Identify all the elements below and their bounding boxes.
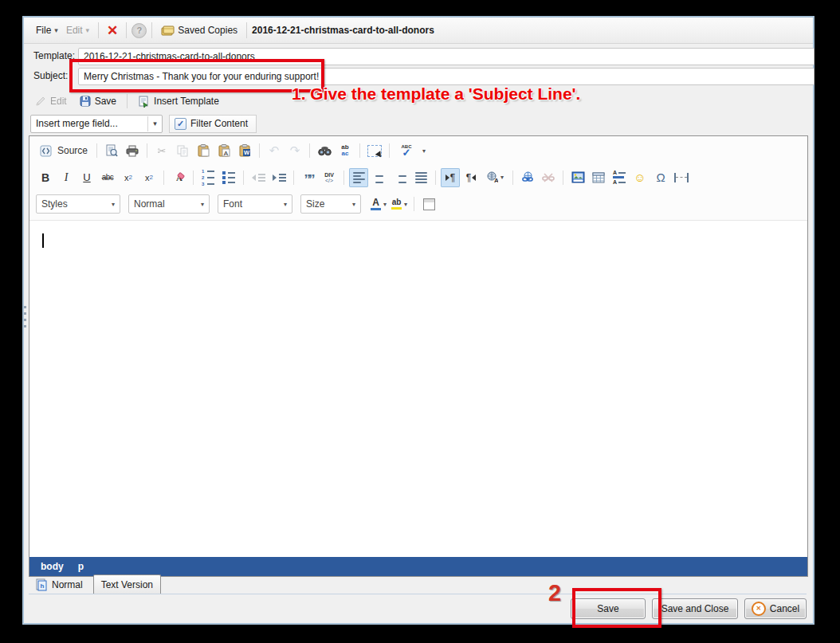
insert-template-label: Insert Template: [154, 96, 219, 107]
text-direction-rtl-icon[interactable]: ¶: [461, 168, 481, 187]
numbered-list-icon[interactable]: 1 2 3: [198, 168, 218, 187]
page-break-icon[interactable]: [672, 168, 691, 187]
italic-icon[interactable]: I: [57, 168, 76, 187]
align-center-icon[interactable]: [370, 168, 389, 187]
editor-content-area[interactable]: [29, 220, 807, 557]
toolbar-separator: [359, 143, 360, 158]
copy-icon[interactable]: [173, 141, 192, 160]
paste-from-word-icon[interactable]: W: [235, 141, 254, 160]
insert-template-button[interactable]: Insert Template: [133, 93, 224, 110]
source-button[interactable]: Source: [36, 141, 92, 160]
subscript-n: 2: [129, 174, 132, 181]
preview-icon[interactable]: [102, 141, 121, 160]
paste-plain-text-icon[interactable]: A: [214, 141, 234, 160]
chevron-down-icon[interactable]: ▾: [422, 147, 426, 155]
special-character-icon[interactable]: Ω: [651, 168, 670, 187]
div-icon-label: DIV: [324, 172, 334, 178]
chevron-down-icon: ▾: [383, 201, 387, 208]
menu-file[interactable]: File▾: [32, 22, 62, 38]
align-right-icon[interactable]: [391, 168, 410, 187]
view-tabs: h Normal Text Version: [29, 576, 807, 594]
numbered-list-glyph: 1 2 3: [202, 169, 214, 186]
menu-edit[interactable]: Edit▾: [62, 22, 93, 38]
cut-icon[interactable]: ✂: [152, 141, 171, 160]
select-all-icon[interactable]: [365, 141, 384, 160]
editor-toolbar-row1: Source ✂ A W ↶ ↷: [29, 136, 807, 163]
annotation-step1: 1. Give the template a 'Subject Line'.: [292, 84, 580, 104]
font-dropdown[interactable]: Font▾: [218, 194, 292, 214]
cancel-button[interactable]: ✕ Cancel: [744, 598, 807, 619]
rich-text-editor: Source ✂ A W ↶ ↷: [29, 135, 808, 577]
redo-icon[interactable]: ↷: [285, 141, 304, 160]
strikethrough-icon[interactable]: abc: [98, 168, 117, 187]
filter-content-checkbox[interactable]: ✓: [175, 118, 186, 130]
superscript-icon[interactable]: x2: [139, 168, 159, 187]
text-direction-ltr-icon[interactable]: ¶: [441, 168, 460, 187]
insert-table-icon[interactable]: [589, 168, 608, 187]
align-justify-icon[interactable]: [411, 168, 430, 187]
insert-merge-field-dropdown[interactable]: Insert merge field... ▾: [30, 115, 163, 133]
size-dropdown[interactable]: Size▾: [300, 194, 361, 214]
horizontal-line-icon[interactable]: A A: [610, 168, 629, 187]
path-body-element[interactable]: body: [41, 561, 64, 572]
page-break-glyph: [674, 173, 689, 182]
annotation-step2: 2: [548, 580, 561, 606]
insert-link-icon[interactable]: [518, 168, 537, 187]
splitter-grip[interactable]: [24, 306, 26, 327]
cancel-icon: ✕: [752, 602, 766, 616]
saved-copies-label: Saved Copies: [178, 25, 237, 36]
div-container-icon[interactable]: DIV </>: [320, 168, 339, 187]
toolbar-separator: [309, 143, 310, 158]
save-toolbar-label: Save: [95, 96, 116, 107]
underline-icon[interactable]: U: [77, 168, 96, 187]
remove-format-icon[interactable]: A: [169, 168, 188, 187]
save-and-close-button[interactable]: Save and Close: [652, 598, 738, 619]
filter-content-group: ✓ Filter Content: [169, 115, 257, 133]
menu-bar: File▾ Edit▾ ✕ ? Saved Copies 2016-12-21-…: [24, 18, 813, 44]
menu-separator: [126, 22, 127, 38]
print-icon[interactable]: [123, 141, 142, 160]
language-icon[interactable]: A ▾: [482, 168, 508, 187]
styles-dropdown-label: Styles: [41, 198, 68, 210]
blockquote-icon[interactable]: ””: [299, 165, 318, 190]
undo-icon[interactable]: ↶: [265, 141, 284, 160]
tab-normal[interactable]: h Normal: [29, 575, 90, 594]
subject-label: Subject:: [33, 70, 68, 81]
remove-link-icon[interactable]: [539, 168, 558, 187]
saved-copies-button[interactable]: Saved Copies: [157, 22, 241, 38]
toolbar-separator: [163, 171, 164, 185]
toolbar-separator: [193, 171, 194, 185]
smiley-icon[interactable]: ☺: [630, 168, 650, 187]
paragraph-format-dropdown[interactable]: Normal▾: [128, 194, 210, 214]
align-left-icon[interactable]: [349, 168, 368, 187]
horizontal-line-glyph: A A: [613, 170, 626, 185]
help-icon[interactable]: ?: [131, 23, 147, 38]
document-title: 2016-12-21-christmas-card-to-all-donors: [252, 25, 434, 36]
bulleted-list-icon[interactable]: [219, 168, 238, 187]
svg-text:A: A: [494, 177, 498, 183]
replace-icon[interactable]: ab ac: [336, 141, 355, 160]
toolbar-separator: [389, 143, 390, 158]
path-p-element[interactable]: p: [78, 561, 84, 572]
background-color-icon[interactable]: ab ▾: [390, 194, 409, 214]
styles-dropdown[interactable]: Styles▾: [36, 194, 120, 214]
text-color-icon[interactable]: A ▾: [369, 194, 388, 214]
edit-button[interactable]: Edit: [30, 93, 72, 109]
decrease-indent-icon[interactable]: [249, 168, 268, 187]
saved-copies-icon: [161, 25, 175, 36]
chevron-down-icon: ▾: [86, 26, 90, 34]
delete-icon[interactable]: ✕: [104, 24, 121, 37]
increase-indent-icon[interactable]: [269, 168, 289, 187]
save-toolbar-button[interactable]: Save: [75, 93, 121, 109]
div-icon-tags: </>: [325, 178, 333, 183]
find-icon[interactable]: [315, 141, 334, 160]
subscript-icon[interactable]: x2: [119, 168, 138, 187]
paste-icon[interactable]: [194, 141, 213, 160]
tab-text-version[interactable]: Text Version: [93, 574, 161, 594]
html-page-icon: h: [36, 578, 47, 591]
toolbar-separator: [243, 171, 244, 185]
bold-icon[interactable]: B: [36, 168, 55, 187]
insert-image-icon[interactable]: [568, 168, 587, 187]
spellcheck-icon[interactable]: ABC ✓: [394, 141, 418, 160]
maximize-icon[interactable]: [419, 194, 438, 214]
